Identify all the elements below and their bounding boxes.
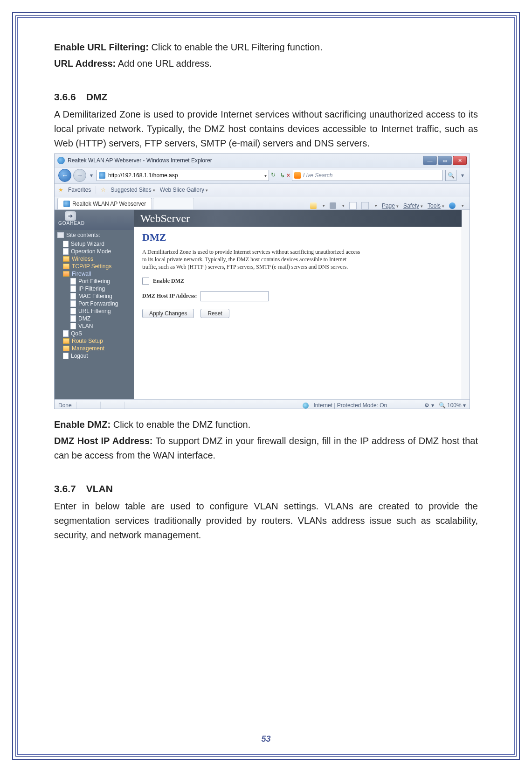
status-done: Done: [58, 402, 72, 409]
nav-wireless[interactable]: Wireless: [55, 255, 134, 263]
home-icon[interactable]: [310, 202, 317, 209]
refresh-icon[interactable]: ↻: [271, 172, 278, 179]
safety-menu[interactable]: Safety▾: [403, 202, 423, 209]
page-icon: [99, 172, 105, 179]
nav-url-filtering[interactable]: URL Filtering: [55, 307, 134, 315]
web-slice-gallery-link[interactable]: Web Slice Gallery▾: [160, 187, 208, 193]
internet-zone-icon: [303, 403, 309, 409]
url-address-text: Add one URL address.: [116, 58, 212, 69]
print-icon[interactable]: [361, 202, 369, 209]
help-icon[interactable]: [449, 202, 456, 209]
favorites-bar: ★ Favorites ☆ Suggested Sites▾ Web Slice…: [55, 184, 470, 196]
nav-firewall[interactable]: Firewall: [55, 270, 134, 278]
read-mail-icon[interactable]: [349, 202, 357, 209]
heading-366-title: DMZ: [86, 91, 108, 102]
heading-366: 3.6.6DMZ: [54, 91, 478, 103]
enable-dmz-text-body: Click to enable the DMZ function.: [111, 419, 250, 430]
protected-mode-dropdown[interactable]: ⚙ ▾: [424, 402, 434, 409]
address-dropdown-icon[interactable]: ▾: [264, 173, 267, 178]
nav-port-forwarding[interactable]: Port Forwarding: [55, 300, 134, 307]
add-favorite-icon[interactable]: ☆: [101, 187, 106, 193]
screenshot-ie-window: Realtek WLAN AP Webserver - Windows Inte…: [54, 153, 470, 409]
tools-menu[interactable]: Tools▾: [428, 202, 444, 209]
tab-title: Realtek WLAN AP Webserver: [72, 201, 146, 207]
nav-management[interactable]: Management: [55, 345, 134, 352]
goahead-logo: ➔ GOAHEAD: [55, 210, 134, 230]
intro-line-1: Enable URL Filtering: Click to enable th…: [54, 40, 478, 55]
enable-dmz-label: Enable DMZ: [153, 278, 184, 285]
dmz-host-row: DMZ Host IP Address:: [142, 291, 453, 301]
enable-dmz-row: Enable DMZ: [142, 278, 453, 285]
search-placeholder: Live Search: [303, 172, 332, 179]
heading-366-number: 3.6.6: [54, 91, 76, 103]
apply-changes-button[interactable]: Apply Changes: [142, 309, 194, 318]
suggested-sites-link[interactable]: Suggested Sites▾: [111, 187, 155, 193]
dmz-host-input[interactable]: [200, 291, 269, 301]
nav-vlan[interactable]: VLAN: [55, 322, 134, 330]
stop-icon[interactable]: ×: [287, 172, 290, 179]
enable-dmz-line: Enable DMZ: Click to enable the DMZ func…: [54, 417, 478, 432]
status-zone: Internet | Protected Mode: On: [313, 402, 387, 409]
enable-dmz-text-label: Enable DMZ:: [54, 419, 111, 430]
search-box[interactable]: Live Search: [292, 170, 442, 181]
page-number: 53: [18, 734, 514, 744]
nav-setup-wizard[interactable]: Setup Wizard: [55, 240, 134, 248]
address-bar[interactable]: ▾: [97, 170, 269, 181]
enable-url-filtering-text: Click to enable the URL Filtering functi…: [149, 42, 323, 52]
book-icon: [57, 232, 64, 238]
search-dropdown[interactable]: ▾: [459, 172, 466, 179]
nav-history-dropdown[interactable]: ▾: [88, 172, 95, 179]
vertical-scrollbar[interactable]: [462, 210, 470, 399]
nav-qos[interactable]: QoS: [55, 330, 134, 337]
browser-tab[interactable]: Realtek WLAN AP Webserver: [57, 198, 152, 209]
nav-ip-filtering[interactable]: IP Filtering: [55, 285, 134, 292]
nav-tcpip[interactable]: TCP/IP Settings: [55, 263, 134, 270]
intro-line-2: URL Address: Add one URL address.: [54, 56, 478, 71]
back-button[interactable]: ←: [58, 169, 71, 182]
heading-367-title: VLAN: [86, 483, 113, 494]
nav-bar: ← → ▾ ▾ ↻ ↳ × Live Search 🔍 ▾: [55, 167, 470, 184]
dmz-host-text-label: DMZ Host IP Address:: [54, 436, 152, 446]
nav-logout[interactable]: Logout: [55, 352, 134, 360]
maximize-button[interactable]: ▭: [438, 156, 452, 165]
minimize-button[interactable]: —: [423, 156, 437, 165]
nav-dmz[interactable]: DMZ: [55, 315, 134, 322]
command-bar: ▾ ▾ ▾ Page▾ Safety▾ Tools▾ ▾: [310, 202, 467, 209]
nav-operation-mode[interactable]: Operation Mode: [55, 248, 134, 255]
page-menu[interactable]: Page▾: [382, 202, 399, 209]
tab-favicon: [63, 201, 70, 207]
tab-bar: Realtek WLAN AP Webserver ▾ ▾ ▾ Page▾ Sa…: [55, 196, 470, 210]
goahead-arrow-icon: ➔: [65, 211, 76, 221]
enable-url-filtering-label: Enable URL Filtering:: [54, 42, 149, 52]
reset-button[interactable]: Reset: [200, 309, 229, 318]
forward-button[interactable]: →: [73, 169, 86, 182]
enable-dmz-checkbox[interactable]: [142, 278, 149, 285]
new-tab-button[interactable]: [153, 198, 194, 209]
main-header: WebServer: [134, 210, 462, 227]
favorites-star-icon[interactable]: ★: [58, 187, 63, 193]
section-366-paragraph: A Demilitarized Zone is used to provide …: [54, 107, 478, 151]
live-search-icon: [294, 172, 301, 179]
search-button[interactable]: 🔍: [445, 170, 456, 181]
section-367-paragraph: Enter in below table are used to configu…: [54, 499, 478, 542]
panel-description: A Demilitarized Zone is used to provide …: [142, 248, 361, 271]
address-input[interactable]: [107, 172, 263, 179]
close-button[interactable]: ✕: [453, 156, 467, 165]
url-address-label: URL Address:: [54, 58, 116, 69]
sidebar: ➔ GOAHEAD Site contents: Setup Wizard Op…: [55, 210, 134, 399]
main-body: DMZ A Demilitarized Zone is used to prov…: [134, 227, 462, 399]
dmz-host-line: DMZ Host IP Address: To support DMZ in y…: [54, 434, 478, 463]
feeds-icon[interactable]: [330, 202, 336, 209]
heading-367-number: 3.6.7: [54, 483, 76, 494]
heading-367: 3.6.7VLAN: [54, 483, 478, 494]
window-title: Realtek WLAN AP Webserver - Windows Inte…: [68, 157, 422, 164]
zoom-level[interactable]: 🔍 100% ▾: [439, 402, 466, 409]
panel-title: DMZ: [142, 231, 453, 243]
nav-route-setup[interactable]: Route Setup: [55, 337, 134, 345]
ie-icon: [57, 157, 65, 164]
nav-mac-filtering[interactable]: MAC Filtering: [55, 292, 134, 300]
go-icon[interactable]: ↳: [280, 172, 285, 179]
window-titlebar: Realtek WLAN AP Webserver - Windows Inte…: [55, 154, 470, 167]
nav-port-filtering[interactable]: Port Filtering: [55, 278, 134, 285]
site-contents-header: Site contents:: [55, 230, 134, 240]
